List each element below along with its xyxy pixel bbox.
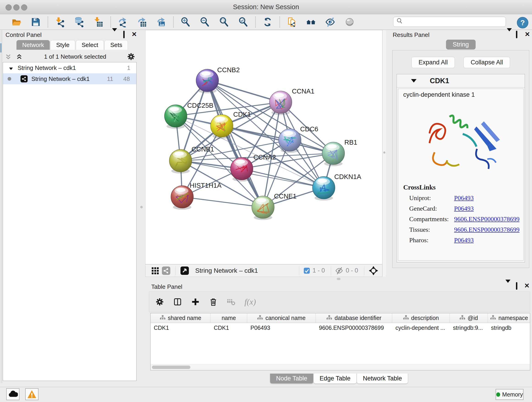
network-collection-row[interactable]: String Network – cdk1 1: [3, 62, 136, 73]
tab-select[interactable]: Select: [76, 40, 104, 50]
panel-float-icon[interactable]: [516, 283, 517, 289]
import-network-database-icon[interactable]: [70, 15, 89, 29]
clone-network-icon[interactable]: [282, 15, 302, 29]
show-all-icon[interactable]: [340, 15, 359, 29]
hide-selected-icon[interactable]: [321, 15, 340, 29]
open-file-icon[interactable]: [7, 15, 26, 29]
warnings-button[interactable]: [25, 388, 38, 400]
save-session-icon[interactable]: [26, 15, 45, 29]
crosshair-icon[interactable]: [368, 265, 379, 276]
table-row[interactable]: CDK1CDK1P064939606.ENSP00000378699cyclin…: [151, 323, 530, 332]
crosslink-link[interactable]: P06493: [454, 194, 474, 202]
tab-node-table[interactable]: Node Table: [270, 374, 313, 384]
tab-network[interactable]: Network: [17, 40, 50, 50]
crosslink-link[interactable]: 9606.ENSP00000378699: [454, 216, 519, 223]
network-node-RB1[interactable]: [322, 142, 345, 166]
table-cell[interactable]: CDK1: [151, 325, 210, 331]
collapse-all-button[interactable]: Collapse All: [463, 57, 510, 68]
network-overview-icon[interactable]: [161, 265, 172, 276]
tab-sets[interactable]: Sets: [104, 40, 128, 50]
network-node-CDC6[interactable]: [279, 129, 301, 153]
cloud-button[interactable]: [6, 388, 19, 400]
table-cell[interactable]: cyclin-dependent ...: [392, 325, 450, 331]
collapse-all-networks-icon[interactable]: [3, 51, 14, 62]
delete-column-trash-icon[interactable]: [208, 296, 219, 307]
export-network-icon[interactable]: [113, 15, 133, 29]
splitter-handle-left[interactable]: [140, 206, 143, 208]
selected-checkbox-icon[interactable]: [303, 267, 311, 274]
export-table-icon[interactable]: [133, 15, 152, 29]
zoom-in-icon[interactable]: [176, 15, 195, 29]
expand-all-button[interactable]: Expand All: [412, 57, 455, 68]
panel-collapse-icon[interactable]: [112, 32, 117, 38]
add-column-icon[interactable]: [190, 296, 201, 307]
panel-float-icon[interactable]: [516, 32, 517, 38]
network-node-CCNA2[interactable]: [230, 157, 253, 182]
network-canvas[interactable]: CCNB2CCNA1CDC25BCDK1CDC6RB1CCNB1CCNA2CDK…: [145, 30, 382, 264]
tab-network-table[interactable]: Network Table: [357, 374, 408, 384]
import-network-file-icon[interactable]: [51, 15, 70, 29]
import-table-icon[interactable]: [89, 15, 108, 29]
tab-string[interactable]: String: [446, 40, 476, 50]
node-table: shared namenamecanonical namedatabase id…: [150, 313, 530, 370]
column-header-canonical-name[interactable]: canonical name: [247, 313, 316, 323]
export-image-icon[interactable]: [152, 15, 171, 29]
network-node-CCNB1[interactable]: [169, 149, 192, 173]
crosslink-link[interactable]: P06493: [454, 236, 474, 244]
splitter-handle-bottom[interactable]: [337, 278, 341, 280]
scrollbar-thumb[interactable]: [152, 366, 190, 369]
network-node-HIST1H1A[interactable]: [171, 186, 193, 210]
apply-preferred-layout-icon[interactable]: [258, 15, 277, 29]
table-hscrollbar[interactable]: [151, 364, 530, 370]
table-cell[interactable]: stringdb: [488, 325, 530, 331]
table-cell[interactable]: 9606.ENSP00000378699: [316, 325, 392, 331]
tab-edge-table[interactable]: Edge Table: [313, 374, 357, 384]
network-node-CCNB2[interactable]: [196, 69, 219, 93]
network-row[interactable]: String Network – cdk1 11 48: [3, 73, 136, 84]
memory-button[interactable]: Memory: [496, 389, 524, 400]
panel-collapse-icon[interactable]: [505, 283, 510, 289]
help-button[interactable]: ?: [517, 17, 528, 28]
expand-all-networks-icon[interactable]: [14, 51, 25, 62]
panel-collapse-icon[interactable]: [507, 32, 512, 38]
panel-close-icon[interactable]: ✕: [525, 32, 530, 37]
network-node-CDC25B[interactable]: [165, 105, 187, 129]
network-edge[interactable]: [207, 80, 281, 102]
network-edge[interactable]: [182, 197, 263, 207]
table-options-gear-icon[interactable]: [154, 296, 165, 307]
tab-style[interactable]: Style: [51, 40, 75, 50]
column-header-namespace[interactable]: namespace: [488, 313, 530, 323]
panel-close-icon[interactable]: ✕: [524, 283, 530, 289]
detach-view-icon[interactable]: [179, 265, 190, 276]
column-header-database-identifier[interactable]: database identifier: [316, 313, 392, 323]
zoom-out-icon[interactable]: [195, 15, 215, 29]
panel-close-icon[interactable]: ✕: [132, 32, 137, 37]
crosslink-link[interactable]: P06493: [454, 205, 474, 212]
table-cell[interactable]: stringdb:9...: [450, 325, 488, 331]
first-neighbors-icon[interactable]: [302, 15, 321, 29]
crosslink-link[interactable]: 9606.ENSP00000378699: [454, 226, 519, 233]
column-header--id[interactable]: @id: [450, 313, 488, 323]
network-node-CDK1[interactable]: [210, 115, 233, 139]
collection-expander-icon[interactable]: [9, 68, 13, 70]
table-cell[interactable]: P06493: [247, 325, 316, 331]
network-node-CDKN1A[interactable]: [312, 177, 335, 201]
network-node-CCNE1[interactable]: [252, 196, 274, 220]
panel-float-icon[interactable]: [123, 32, 125, 38]
grid-view-icon[interactable]: [150, 265, 161, 276]
network-scrollbar[interactable]: [382, 30, 386, 277]
network-node-CCNA1[interactable]: [269, 91, 292, 115]
entry-expander-icon[interactable]: [411, 79, 417, 83]
zoom-fit-icon[interactable]: [215, 15, 234, 29]
zoom-selected-icon[interactable]: [234, 15, 253, 29]
search-input[interactable]: [404, 17, 506, 26]
show-columns-icon[interactable]: [172, 296, 183, 307]
column-header-name[interactable]: name: [210, 313, 247, 323]
table-cell[interactable]: CDK1: [210, 325, 247, 331]
scrollbar-knob[interactable]: [383, 152, 385, 153]
column-header-shared-name[interactable]: shared name: [151, 313, 210, 323]
network-options-gear-icon[interactable]: [126, 51, 137, 62]
column-header-description[interactable]: description: [392, 313, 450, 323]
protein-entry-header[interactable]: CDK1: [397, 74, 525, 88]
network-edge[interactable]: [242, 169, 324, 188]
